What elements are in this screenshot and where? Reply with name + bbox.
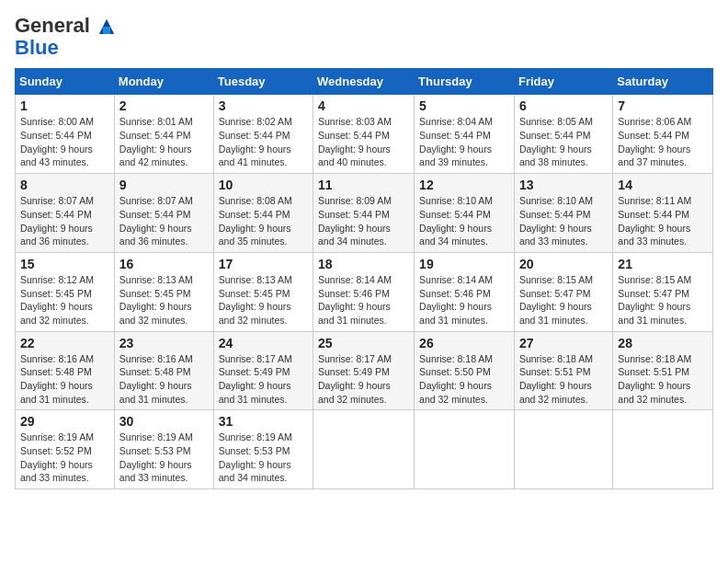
day-info: Sunrise: 8:08 AM Sunset: 5:44 PM Dayligh… xyxy=(219,195,292,247)
day-number: 15 xyxy=(20,257,109,271)
logo: General Blue xyxy=(15,15,116,59)
day-number: 19 xyxy=(419,257,509,271)
table-row: 14 Sunrise: 8:11 AM Sunset: 5:44 PM Dayl… xyxy=(613,174,713,253)
day-info: Sunrise: 8:18 AM Sunset: 5:51 PM Dayligh… xyxy=(618,353,691,405)
day-number: 31 xyxy=(219,414,308,429)
table-row: 21 Sunrise: 8:15 AM Sunset: 5:47 PM Dayl… xyxy=(613,252,713,331)
table-row: 29 Sunrise: 8:19 AM Sunset: 5:52 PM Dayl… xyxy=(16,410,115,489)
day-info: Sunrise: 8:19 AM Sunset: 5:53 PM Dayligh… xyxy=(219,431,292,483)
day-info: Sunrise: 8:15 AM Sunset: 5:47 PM Dayligh… xyxy=(519,274,593,326)
day-info: Sunrise: 8:11 AM Sunset: 5:44 PM Dayligh… xyxy=(618,195,691,247)
day-number: 26 xyxy=(419,336,509,350)
col-tuesday: Tuesday xyxy=(213,69,313,95)
logo-triangle-icon xyxy=(97,17,116,36)
day-info: Sunrise: 8:13 AM Sunset: 5:45 PM Dayligh… xyxy=(219,274,292,326)
table-row: 1 Sunrise: 8:00 AM Sunset: 5:44 PM Dayli… xyxy=(16,95,115,174)
day-number: 23 xyxy=(119,336,209,350)
day-info: Sunrise: 8:18 AM Sunset: 5:50 PM Dayligh… xyxy=(419,353,493,405)
table-row: 13 Sunrise: 8:10 AM Sunset: 5:44 PM Dayl… xyxy=(514,174,612,253)
empty-cell xyxy=(313,410,415,489)
day-number: 2 xyxy=(119,98,209,113)
day-info: Sunrise: 8:05 AM Sunset: 5:44 PM Dayligh… xyxy=(519,116,593,167)
table-row: 15 Sunrise: 8:12 AM Sunset: 5:45 PM Dayl… xyxy=(16,252,115,331)
day-number: 17 xyxy=(219,257,308,271)
calendar-row: 29 Sunrise: 8:19 AM Sunset: 5:52 PM Dayl… xyxy=(16,410,713,489)
day-number: 22 xyxy=(20,336,109,350)
col-wednesday: Wednesday xyxy=(313,69,415,95)
day-info: Sunrise: 8:17 AM Sunset: 5:49 PM Dayligh… xyxy=(318,353,392,405)
table-row: 8 Sunrise: 8:07 AM Sunset: 5:44 PM Dayli… xyxy=(16,174,115,253)
day-number: 25 xyxy=(318,336,409,350)
day-number: 6 xyxy=(519,98,608,113)
day-info: Sunrise: 8:04 AM Sunset: 5:44 PM Dayligh… xyxy=(419,116,493,167)
day-info: Sunrise: 8:00 AM Sunset: 5:44 PM Dayligh… xyxy=(20,116,94,167)
table-row: 7 Sunrise: 8:06 AM Sunset: 5:44 PM Dayli… xyxy=(613,95,713,174)
day-info: Sunrise: 8:07 AM Sunset: 5:44 PM Dayligh… xyxy=(20,195,94,247)
day-info: Sunrise: 8:01 AM Sunset: 5:44 PM Dayligh… xyxy=(119,116,193,167)
table-row: 26 Sunrise: 8:18 AM Sunset: 5:50 PM Dayl… xyxy=(415,331,515,410)
calendar-header-row: Sunday Monday Tuesday Wednesday Thursday… xyxy=(16,69,713,95)
day-number: 27 xyxy=(519,336,608,350)
table-row: 10 Sunrise: 8:08 AM Sunset: 5:44 PM Dayl… xyxy=(213,174,313,253)
day-number: 1 xyxy=(20,98,109,113)
table-row: 23 Sunrise: 8:16 AM Sunset: 5:48 PM Dayl… xyxy=(114,331,213,410)
table-row: 17 Sunrise: 8:13 AM Sunset: 5:45 PM Dayl… xyxy=(213,252,313,331)
day-number: 18 xyxy=(318,257,409,271)
page-header: General Blue xyxy=(15,15,713,59)
col-sunday: Sunday xyxy=(16,69,115,95)
logo-blue: Blue xyxy=(15,36,59,59)
day-info: Sunrise: 8:09 AM Sunset: 5:44 PM Dayligh… xyxy=(318,195,392,247)
day-number: 12 xyxy=(419,178,509,192)
table-row: 18 Sunrise: 8:14 AM Sunset: 5:46 PM Dayl… xyxy=(313,252,415,331)
table-row: 25 Sunrise: 8:17 AM Sunset: 5:49 PM Dayl… xyxy=(313,331,415,410)
empty-cell xyxy=(613,410,713,489)
table-row: 19 Sunrise: 8:14 AM Sunset: 5:46 PM Dayl… xyxy=(415,252,515,331)
day-info: Sunrise: 8:02 AM Sunset: 5:44 PM Dayligh… xyxy=(219,116,292,167)
table-row: 9 Sunrise: 8:07 AM Sunset: 5:44 PM Dayli… xyxy=(114,174,213,253)
day-number: 4 xyxy=(318,98,409,113)
day-info: Sunrise: 8:16 AM Sunset: 5:48 PM Dayligh… xyxy=(119,353,193,405)
table-row: 31 Sunrise: 8:19 AM Sunset: 5:53 PM Dayl… xyxy=(213,410,313,489)
day-number: 9 xyxy=(119,178,209,192)
col-saturday: Saturday xyxy=(613,69,713,95)
table-row: 12 Sunrise: 8:10 AM Sunset: 5:44 PM Dayl… xyxy=(415,174,515,253)
table-row: 2 Sunrise: 8:01 AM Sunset: 5:44 PM Dayli… xyxy=(114,95,213,174)
calendar-table: Sunday Monday Tuesday Wednesday Thursday… xyxy=(15,68,713,489)
day-number: 21 xyxy=(618,257,708,271)
col-monday: Monday xyxy=(114,69,213,95)
empty-cell xyxy=(415,410,515,489)
day-number: 3 xyxy=(219,98,308,113)
table-row: 20 Sunrise: 8:15 AM Sunset: 5:47 PM Dayl… xyxy=(514,252,612,331)
day-info: Sunrise: 8:03 AM Sunset: 5:44 PM Dayligh… xyxy=(318,116,392,167)
table-row: 6 Sunrise: 8:05 AM Sunset: 5:44 PM Dayli… xyxy=(514,95,612,174)
table-row: 27 Sunrise: 8:18 AM Sunset: 5:51 PM Dayl… xyxy=(514,331,612,410)
day-info: Sunrise: 8:16 AM Sunset: 5:48 PM Dayligh… xyxy=(20,353,94,405)
table-row: 28 Sunrise: 8:18 AM Sunset: 5:51 PM Dayl… xyxy=(613,331,713,410)
day-info: Sunrise: 8:18 AM Sunset: 5:51 PM Dayligh… xyxy=(519,353,593,405)
day-number: 8 xyxy=(20,178,109,192)
logo-general: General xyxy=(15,14,90,37)
day-info: Sunrise: 8:06 AM Sunset: 5:44 PM Dayligh… xyxy=(618,116,691,167)
day-info: Sunrise: 8:13 AM Sunset: 5:45 PM Dayligh… xyxy=(119,274,193,326)
calendar-row: 22 Sunrise: 8:16 AM Sunset: 5:48 PM Dayl… xyxy=(16,331,713,410)
day-number: 28 xyxy=(618,336,708,350)
day-number: 7 xyxy=(618,98,708,113)
day-number: 14 xyxy=(618,178,708,192)
table-row: 5 Sunrise: 8:04 AM Sunset: 5:44 PM Dayli… xyxy=(415,95,515,174)
table-row: 11 Sunrise: 8:09 AM Sunset: 5:44 PM Dayl… xyxy=(313,174,415,253)
day-info: Sunrise: 8:14 AM Sunset: 5:46 PM Dayligh… xyxy=(318,274,392,326)
table-row: 3 Sunrise: 8:02 AM Sunset: 5:44 PM Dayli… xyxy=(213,95,313,174)
day-number: 10 xyxy=(219,178,308,192)
day-number: 20 xyxy=(519,257,608,271)
col-thursday: Thursday xyxy=(415,69,515,95)
day-info: Sunrise: 8:12 AM Sunset: 5:45 PM Dayligh… xyxy=(20,274,94,326)
day-info: Sunrise: 8:14 AM Sunset: 5:46 PM Dayligh… xyxy=(419,274,493,326)
day-info: Sunrise: 8:07 AM Sunset: 5:44 PM Dayligh… xyxy=(119,195,193,247)
day-info: Sunrise: 8:15 AM Sunset: 5:47 PM Dayligh… xyxy=(618,274,691,326)
day-info: Sunrise: 8:19 AM Sunset: 5:53 PM Dayligh… xyxy=(119,431,193,483)
day-info: Sunrise: 8:10 AM Sunset: 5:44 PM Dayligh… xyxy=(519,195,593,247)
day-info: Sunrise: 8:10 AM Sunset: 5:44 PM Dayligh… xyxy=(419,195,493,247)
table-row: 4 Sunrise: 8:03 AM Sunset: 5:44 PM Dayli… xyxy=(313,95,415,174)
col-friday: Friday xyxy=(514,69,612,95)
table-row: 16 Sunrise: 8:13 AM Sunset: 5:45 PM Dayl… xyxy=(114,252,213,331)
